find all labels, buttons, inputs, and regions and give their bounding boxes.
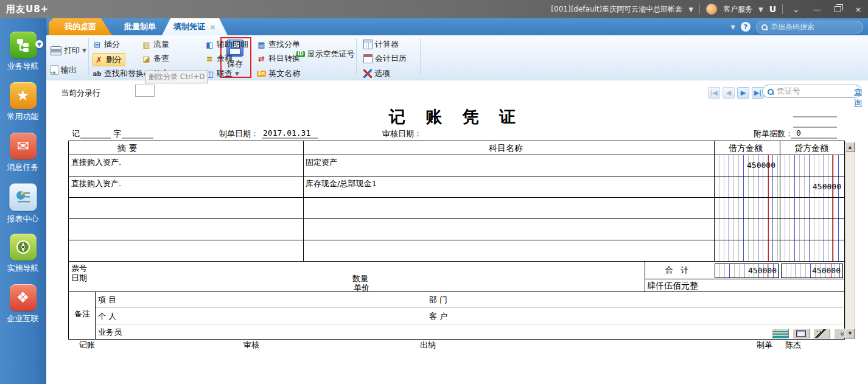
sidebar-item-message-tasks[interactable]: ✉ 消息任务: [0, 133, 46, 173]
prev-voucher-button[interactable]: ◀: [723, 87, 735, 99]
english-name-button[interactable]: En 英文名称: [257, 68, 300, 79]
blank-line: [793, 127, 837, 128]
sidebar-item-enterprise-link[interactable]: ❖ 企业互联: [0, 284, 46, 324]
delete-row-icon: ✗: [94, 55, 103, 65]
export-button[interactable]: 输出: [51, 65, 77, 75]
scroll-down-icon[interactable]: ▼: [845, 329, 855, 338]
search-icon: [761, 24, 767, 30]
minimize-button[interactable]: —: [810, 3, 824, 15]
voucher-title: 记 账 凭 证: [68, 106, 844, 128]
insert-row-icon: ⊞: [93, 40, 102, 49]
help-icon[interactable]: ?: [741, 22, 751, 32]
voucher-no-placeholder: 凭证号: [777, 86, 800, 97]
sidebar-expand-icon[interactable]: ▼: [35, 40, 43, 48]
sidebar-item-business-nav[interactable]: 业务导航: [0, 32, 46, 72]
customer-label: 客 户: [429, 311, 447, 322]
options-tools-icon: [363, 69, 372, 78]
blank-line: [262, 138, 318, 139]
find-replace-icon: ab: [93, 69, 102, 79]
calendar-button[interactable]: 会计日历: [363, 53, 407, 64]
restore-button[interactable]: [830, 3, 845, 15]
tab-fill-voucher[interactable]: 填制凭证 ×: [162, 18, 228, 35]
collapse-ribbon-button[interactable]: ⌄: [789, 3, 803, 15]
amount-in-words: 肆仟伍佰元整: [647, 281, 698, 291]
sidebar-item-common-functions[interactable]: ★ 常用功能: [0, 82, 46, 122]
find-replace-button[interactable]: ab 查找和替换: [93, 68, 144, 79]
calculator-button[interactable]: 计算器: [363, 39, 399, 50]
total-label: 合 计: [665, 265, 691, 276]
account-set-dropdown-icon[interactable]: ▼: [688, 6, 693, 13]
grid-line: [645, 279, 844, 279]
print-button[interactable]: 打印 ▼: [51, 45, 86, 56]
grid-line: [69, 176, 844, 176]
app-window: 用友U8+ [001](default)重庆阿可云渝中总部帐套 ▼ 客户服务 ▼…: [0, 0, 868, 384]
subject-convert-button[interactable]: ⇄ 科目转换: [257, 53, 300, 64]
options-button[interactable]: 选项: [363, 68, 390, 79]
export-icon: [51, 65, 58, 75]
english-icon: En: [257, 71, 266, 77]
row-debit-amount[interactable]: 450000: [715, 155, 775, 176]
screen-view-button[interactable]: [793, 329, 810, 338]
made-date-label: 制单日期：: [219, 128, 259, 139]
grid-line: [645, 261, 645, 291]
button-label: 计算器: [375, 39, 399, 50]
magic-wand-button[interactable]: [813, 329, 830, 338]
credit-ruled-columns: [780, 155, 843, 261]
sidebar-item-implementation-nav[interactable]: 实施导航: [0, 234, 46, 274]
id-icon: ID: [296, 51, 305, 57]
tab-my-desktop[interactable]: 我的桌面: [49, 18, 112, 35]
row-account[interactable]: 固定资产: [306, 157, 337, 168]
attachments-value[interactable]: 0: [796, 128, 801, 138]
show-empty-voucher-button[interactable]: ID 显示空凭证号: [296, 49, 355, 60]
compass-icon: [10, 234, 37, 260]
account-set-label: [001](default)重庆阿可云渝中总部帐套: [551, 4, 682, 15]
diamonds-icon: ❖: [10, 284, 37, 311]
col-header-debit: 借方金额: [729, 143, 763, 154]
restore-icon: [835, 6, 841, 12]
remark-project-label: 项 目: [98, 295, 116, 305]
table-scrollbar[interactable]: ▲ ▼: [845, 142, 855, 339]
row-summary[interactable]: 直接购入资产.: [71, 157, 121, 168]
blank-line: [791, 138, 837, 139]
scroll-up-icon[interactable]: ▲: [845, 142, 855, 152]
summary-list-button[interactable]: [772, 329, 789, 338]
close-button[interactable]: ×: [851, 3, 866, 15]
button-label: 查找分单: [268, 39, 300, 50]
sidebar-item-label: 企业互联: [0, 313, 46, 324]
row-summary[interactable]: 直接购入资产.: [71, 178, 121, 189]
delete-row-button[interactable]: ✗ 删分: [93, 53, 125, 66]
link-query-button[interactable]: ◫ 联查 ▼: [205, 68, 239, 79]
row-account[interactable]: 库存现金/总部现金1: [306, 178, 377, 189]
first-voucher-button[interactable]: |◀: [708, 87, 720, 99]
find-voucher-button[interactable]: ▦ 查找分单: [257, 39, 300, 50]
sidebar-item-report-center[interactable]: 报表中心: [0, 183, 46, 225]
toolbar-ribbon: 打印 ▼ 输出 ⊞ 插分 ✗ 删分 ab 查找和替换 ▥ 流量 ◪ 备查 ↩: [46, 35, 868, 80]
made-date-value[interactable]: 2017.01.31: [263, 128, 310, 138]
row-credit-amount[interactable]: 450000: [780, 176, 841, 197]
total-credit-box: 450000: [781, 264, 843, 278]
lookup-folder-icon: ◪: [142, 54, 151, 63]
query-link[interactable]: 查询: [854, 86, 868, 108]
u8-logo-icon[interactable]: U: [769, 4, 776, 14]
lookup-button[interactable]: ◪ 备查: [142, 53, 169, 64]
balance-button[interactable]: ≡ 余额: [205, 53, 233, 64]
printer-icon: [51, 46, 61, 55]
barcode-search-input[interactable]: 单据条码搜索: [756, 21, 863, 33]
voucher-word-left: 记: [72, 128, 80, 139]
button-label: 显示空凭证号: [307, 49, 355, 60]
remark-salesman-label: 业务员: [98, 327, 122, 338]
tab-overflow-dropdown-icon[interactable]: ▼: [730, 24, 735, 30]
next-voucher-button[interactable]: ▶: [737, 87, 749, 99]
insert-row-button[interactable]: ⊞ 插分: [93, 39, 120, 50]
flow-button[interactable]: ▥ 流量: [142, 39, 169, 50]
chevron-down-icon: ▼: [235, 71, 239, 77]
close-tab-icon[interactable]: ×: [209, 23, 216, 31]
customer-service-dropdown-icon[interactable]: ▼: [758, 6, 763, 13]
current-entry-row-input[interactable]: [135, 85, 155, 97]
tab-label: 批量制单: [124, 21, 156, 32]
tab-batch-voucher[interactable]: 批量制单: [113, 18, 167, 35]
aux-detail-button[interactable]: ◧ 辅助明细: [205, 39, 248, 50]
flow-icon: ▥: [142, 40, 151, 49]
voucher-no-search-input[interactable]: 凭证号: [762, 85, 862, 98]
customer-service-menu[interactable]: 客户服务: [723, 4, 752, 15]
